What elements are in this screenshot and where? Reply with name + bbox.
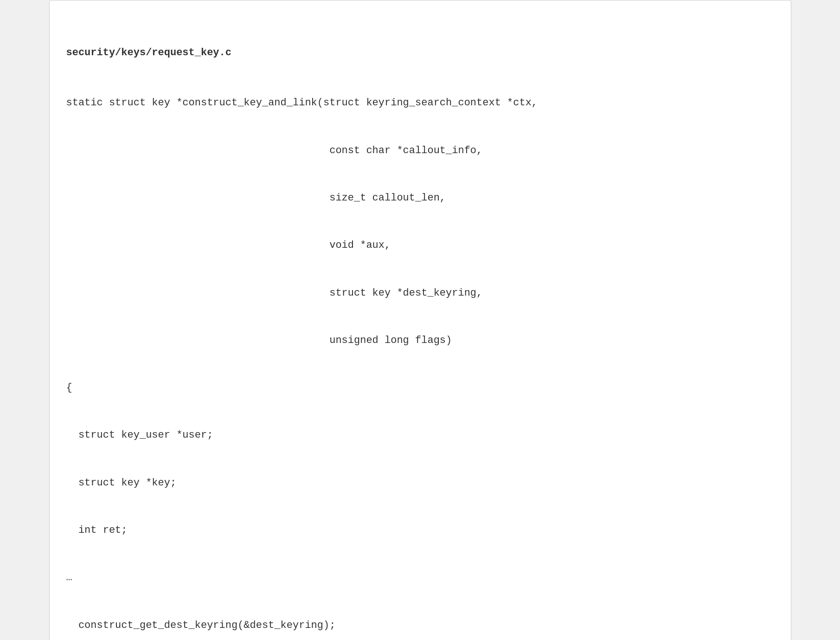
code-line-l3: size_t callout_len, (66, 190, 774, 206)
code-line-l6: unsigned long flags) (66, 333, 774, 349)
code-line-l12: construct_get_dest_keyring(&dest_keyring… (66, 618, 774, 634)
code-block: security/keys/request_key.c static struc… (66, 13, 774, 640)
filename: security/keys/request_key.c (66, 45, 774, 61)
code-line-l10: int ret; (66, 523, 774, 538)
code-line-l5: struct key *dest_keyring, (66, 285, 774, 301)
code-line-l1: static struct key *construct_key_and_lin… (66, 95, 774, 111)
code-line-l9: struct key *key; (66, 475, 774, 491)
code-line-l11: … (66, 570, 774, 586)
code-line-l8: struct key_user *user; (66, 427, 774, 443)
code-line-l7: { (66, 380, 774, 396)
code-line-l2: const char *callout_info, (66, 143, 774, 159)
code-line-l4: void *aux, (66, 238, 774, 253)
code-container: security/keys/request_key.c static struc… (49, 0, 791, 640)
